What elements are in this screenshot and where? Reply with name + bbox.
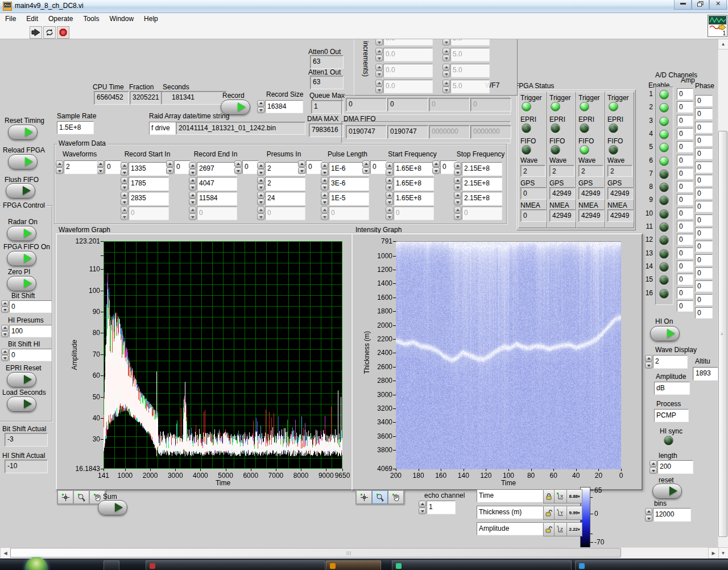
increment-decrement-spinner[interactable] bbox=[375, 64, 383, 77]
phase-value-field[interactable]: 0 bbox=[695, 108, 713, 119]
increment-decrement-spinner[interactable] bbox=[442, 80, 450, 93]
menu-item-operate[interactable]: Operate bbox=[43, 15, 78, 23]
phase-value-field[interactable]: 0 bbox=[695, 95, 713, 106]
spinner-down-icon[interactable] bbox=[432, 167, 440, 174]
wfd-array-element-field[interactable]: 2 bbox=[265, 177, 305, 191]
wave-amp-array-element[interactable]: 0.0 bbox=[375, 48, 433, 61]
wfd-index-control[interactable]: 0 bbox=[97, 160, 121, 174]
spinner-down-icon[interactable] bbox=[321, 184, 328, 191]
spinner-down-icon[interactable] bbox=[321, 169, 328, 176]
increment-decrement-spinner[interactable] bbox=[121, 162, 128, 176]
amp-value-field[interactable]: 0 bbox=[677, 101, 693, 113]
spinner-up-icon[interactable] bbox=[121, 162, 128, 169]
phase-value-field[interactable]: 0 bbox=[695, 201, 713, 212]
wfd-index-control-field[interactable]: 0 bbox=[306, 160, 322, 174]
wfd-array-element-field[interactable]: 1335 bbox=[129, 162, 169, 176]
enable-led[interactable] bbox=[659, 170, 669, 179]
increment-decrement-spinner[interactable] bbox=[189, 206, 196, 220]
waveforms-control[interactable]: 2 bbox=[56, 160, 97, 174]
wfd-index-control-field[interactable]: 0 bbox=[242, 160, 259, 174]
increment-decrement-spinner[interactable] bbox=[442, 48, 450, 61]
scroll-up-button[interactable]: ▲ bbox=[718, 39, 728, 49]
spinner-down-icon[interactable] bbox=[442, 39, 450, 46]
bit-shift-field[interactable]: 0 bbox=[9, 300, 52, 313]
wfd-index-control[interactable]: 0 bbox=[234, 160, 259, 174]
length-control[interactable]: 200 bbox=[650, 460, 693, 474]
spinner-up-icon[interactable] bbox=[454, 192, 461, 199]
spinner-down-icon[interactable] bbox=[234, 167, 242, 174]
intensity-plot-area[interactable] bbox=[396, 241, 621, 469]
spinner-down-icon[interactable] bbox=[257, 169, 264, 176]
spinner-up-icon[interactable] bbox=[454, 206, 461, 213]
enable-led[interactable] bbox=[659, 117, 669, 126]
wfd-index-control[interactable]: 0 bbox=[298, 160, 322, 174]
axis-scale-button[interactable]: Z bbox=[554, 522, 567, 536]
wfd-index-control-field[interactable]: 0 bbox=[174, 160, 191, 174]
lock-button[interactable] bbox=[543, 522, 555, 536]
amp-value-field[interactable]: 0 bbox=[677, 194, 693, 205]
amp-value-field[interactable]: 0 bbox=[677, 234, 693, 245]
increment-decrement-spinner[interactable] bbox=[257, 192, 264, 205]
scale-name-field[interactable]: Thickness (m) bbox=[477, 506, 543, 519]
wfd-array-element[interactable]: 24 bbox=[257, 192, 305, 205]
increment-decrement-spinner[interactable] bbox=[454, 192, 461, 205]
wfd-array-element[interactable]: 1.65E+8 bbox=[386, 162, 434, 176]
wave-amp-array-element[interactable]: 0.0 bbox=[375, 80, 433, 93]
enable-led[interactable] bbox=[659, 183, 669, 192]
increment-decrement-spinner[interactable] bbox=[121, 177, 128, 191]
wfd-array-element-field[interactable]: 0 bbox=[394, 206, 434, 220]
increment-decrement-spinner[interactable] bbox=[234, 160, 242, 174]
wfd-array-element-field[interactable]: 0 bbox=[462, 206, 502, 220]
restore-button[interactable] bbox=[692, 0, 709, 10]
wfd-array-element[interactable]: 1.65E+8 bbox=[386, 177, 434, 191]
enable-led[interactable] bbox=[659, 262, 669, 272]
wfd-array-element-field[interactable]: 2697 bbox=[197, 162, 237, 176]
spinner-down-icon[interactable] bbox=[189, 199, 196, 205]
increment-decrement-spinner[interactable] bbox=[432, 160, 440, 174]
enable-led[interactable] bbox=[659, 90, 669, 100]
wave-display-control[interactable]: 2 bbox=[645, 355, 688, 369]
vi-connector-icon[interactable]: 1 bbox=[708, 15, 727, 37]
wfd-array-element-field[interactable]: 0 bbox=[329, 206, 369, 220]
spinner-up-icon[interactable] bbox=[442, 48, 450, 55]
wfd-array-element[interactable]: 0 bbox=[454, 206, 502, 220]
spinner-down-icon[interactable] bbox=[386, 199, 393, 205]
waveform-plot-area[interactable] bbox=[104, 241, 342, 469]
wfd-index-control[interactable]: 0 bbox=[362, 160, 387, 174]
wfd-array-element-field[interactable]: 1.65E+8 bbox=[394, 162, 434, 176]
spinner-up-icon[interactable] bbox=[189, 206, 196, 213]
crosshair-tool-button[interactable] bbox=[356, 490, 372, 504]
spinner-down-icon[interactable] bbox=[97, 167, 104, 174]
wfd-array-element[interactable]: 0 bbox=[121, 206, 169, 220]
wfd-index-control-field[interactable]: 0 bbox=[105, 160, 121, 174]
amp-value-field[interactable]: 0 bbox=[677, 155, 693, 166]
wfd-array-element[interactable]: 3E-6 bbox=[321, 177, 369, 191]
spinner-down-icon[interactable] bbox=[454, 169, 461, 176]
spinner-up-icon[interactable] bbox=[189, 177, 196, 184]
record-size-field[interactable]: 16384 bbox=[265, 100, 303, 113]
spinner-up-icon[interactable] bbox=[257, 177, 264, 184]
spinner-up-icon[interactable] bbox=[257, 192, 264, 199]
spinner-down-icon[interactable] bbox=[166, 167, 173, 174]
spinner-up-icon[interactable] bbox=[166, 160, 173, 167]
taskbar-button[interactable] bbox=[326, 560, 381, 570]
wfd-array-element[interactable]: 0 bbox=[321, 206, 369, 220]
wfd-array-element[interactable]: 2.15E+8 bbox=[454, 177, 502, 191]
increment-decrement-spinner[interactable] bbox=[321, 162, 328, 176]
scroll-down-button[interactable]: ▼ bbox=[718, 547, 728, 559]
phase-value-field[interactable]: 0 bbox=[695, 148, 713, 159]
wfd-array-element[interactable]: 0 bbox=[257, 206, 305, 220]
phase-value-field[interactable]: 0 bbox=[695, 294, 713, 305]
spinner-up-icon[interactable] bbox=[97, 160, 104, 167]
increment-decrement-spinner[interactable] bbox=[386, 206, 393, 220]
wfd-array-element-field[interactable]: 0 bbox=[197, 206, 237, 220]
increment-decrement-spinner[interactable] bbox=[454, 177, 461, 191]
amp-value-field[interactable]: 0 bbox=[677, 300, 693, 312]
spinner-down-icon[interactable] bbox=[321, 199, 328, 205]
wfd-index-control[interactable]: 0 bbox=[432, 160, 457, 174]
spinner-down-icon[interactable] bbox=[189, 184, 196, 191]
format-button[interactable]: 2.22▾ bbox=[566, 522, 582, 536]
increment-decrement-spinner[interactable] bbox=[321, 177, 328, 191]
increment-decrement-spinner[interactable] bbox=[257, 206, 264, 220]
bit-shift-control[interactable]: 0 bbox=[1, 300, 52, 313]
